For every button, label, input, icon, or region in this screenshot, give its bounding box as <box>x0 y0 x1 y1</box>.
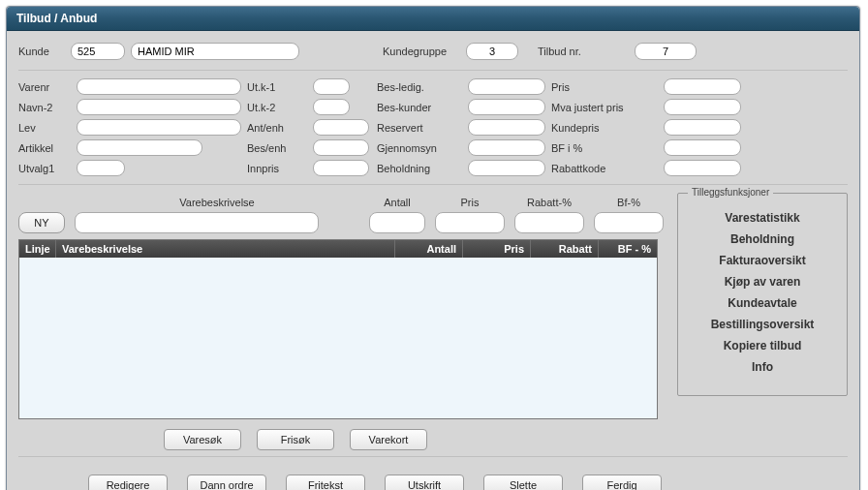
fritekst-button[interactable]: Fritekst <box>286 475 365 490</box>
col-linje: Linje <box>19 240 56 258</box>
pris-label: Pris <box>551 81 658 93</box>
lev-label: Lev <box>18 122 71 134</box>
side-link-beholdning[interactable]: Beholdning <box>686 232 839 246</box>
pris-input[interactable] <box>664 78 741 95</box>
side-link-kjop[interactable]: Kjøp av varen <box>686 275 839 289</box>
dannordre-button[interactable]: Dann ordre <box>187 475 266 490</box>
detail-fields: Varenr Ut.k-1 Bes-ledig. Pris Navn-2 Ut.… <box>18 78 848 176</box>
lines-grid[interactable]: Linje Varebeskrivelse Antall Pris Rabatt… <box>18 239 658 419</box>
frisok-button[interactable]: Frisøk <box>257 429 334 450</box>
kunde-navn-input[interactable] <box>131 43 299 60</box>
innpris-input[interactable] <box>313 160 369 176</box>
besenh-label: Bes/enh <box>247 142 307 154</box>
lev-input[interactable] <box>77 119 241 136</box>
col-antall: Antall <box>395 240 463 258</box>
beholdning-label: Beholdning <box>377 163 462 174</box>
utk2-label: Ut.k-2 <box>247 102 307 113</box>
line-entry-row: NY Varebeskrivelse Antall Pris <box>18 197 664 233</box>
side-link-fakturaoversikt[interactable]: Fakturaoversikt <box>686 254 839 267</box>
customer-row: Kunde Kundegruppe Tilbud nr. <box>18 43 848 60</box>
artikkel-label: Artikkel <box>18 142 71 154</box>
besledig-label: Bes-ledig. <box>377 81 462 93</box>
utk2-input[interactable] <box>313 99 350 115</box>
utk1-label: Ut.k-1 <box>247 81 307 93</box>
rabattkode-label: Rabattkode <box>551 163 658 174</box>
kundepris-input[interactable] <box>664 119 741 136</box>
besenh-input[interactable] <box>313 139 369 156</box>
mva-label: Mva justert pris <box>551 102 658 113</box>
tilleggsfunksjoner-box: Tilleggsfunksjoner Varestatistikk Behold… <box>677 193 848 396</box>
mva-input[interactable] <box>664 99 741 115</box>
antenh-label: Ant/enh <box>247 122 307 134</box>
innpris-label: Innpris <box>247 163 307 174</box>
ny-button[interactable]: NY <box>18 212 65 233</box>
col-pris: Pris <box>463 240 531 258</box>
divider-2 <box>18 184 848 185</box>
grid-header: Linje Varebeskrivelse Antall Pris Rabatt… <box>19 240 657 258</box>
kundegruppe-label: Kundegruppe <box>383 46 466 57</box>
window-title: Tilbud / Anbud <box>7 7 859 31</box>
varebeskrivelse-input[interactable] <box>75 212 319 233</box>
varenr-input[interactable] <box>77 78 241 95</box>
col-rabatt: Rabatt <box>531 240 599 258</box>
rabatt-header: Rabatt-% <box>527 197 572 208</box>
utvalg1-label: Utvalg1 <box>18 163 71 174</box>
antall-header: Antall <box>384 197 411 208</box>
kunde-nr-input[interactable] <box>71 43 125 60</box>
varenr-label: Varenr <box>18 81 71 93</box>
gjennomsyn-label: Gjennomsyn <box>377 142 462 154</box>
varekort-button[interactable]: Varekort <box>350 429 427 450</box>
reservert-label: Reservert <box>377 122 462 134</box>
navn2-input[interactable] <box>77 99 241 115</box>
pris-entry-input[interactable] <box>435 212 505 233</box>
side-link-info[interactable]: Info <box>686 360 839 374</box>
utk1-input[interactable] <box>313 78 350 95</box>
side-link-bestillingsoversikt[interactable]: Bestillingsoversikt <box>686 318 839 331</box>
bottom-button-row: Redigere Dann ordre Fritekst Utskrift Sl… <box>88 475 848 490</box>
beskunder-input[interactable] <box>468 99 545 115</box>
navn2-label: Navn-2 <box>18 102 71 113</box>
tilbud-anbud-window: Tilbud / Anbud Kunde Kundegruppe Tilbud … <box>6 6 860 490</box>
divider-1 <box>18 70 848 71</box>
bf-input[interactable] <box>594 212 664 233</box>
kundepris-label: Kundepris <box>551 122 658 134</box>
slette-button[interactable]: Slette <box>483 475 563 490</box>
bf-header: Bf-% <box>617 197 640 208</box>
kundegruppe-input[interactable] <box>466 43 518 60</box>
gjennomsyn-input[interactable] <box>468 139 545 156</box>
ferdig-button[interactable]: Ferdig <box>582 475 662 490</box>
reservert-input[interactable] <box>468 119 545 136</box>
utvalg1-input[interactable] <box>77 160 125 176</box>
mid-button-row: Varesøk Frisøk Varekort <box>164 429 664 450</box>
besledig-input[interactable] <box>468 78 545 95</box>
side-link-kopiere[interactable]: Kopiere tilbud <box>686 339 839 352</box>
bfi-input[interactable] <box>664 139 741 156</box>
redigere-button[interactable]: Redigere <box>88 475 168 490</box>
rabattkode-input[interactable] <box>664 160 741 176</box>
col-bf: BF - % <box>599 240 657 258</box>
varebeskrivelse-header: Varebeskrivelse <box>179 197 254 208</box>
beskunder-label: Bes-kunder <box>377 102 462 113</box>
antenh-input[interactable] <box>313 119 369 136</box>
beholdning-input[interactable] <box>468 160 545 176</box>
side-link-varestatistikk[interactable]: Varestatistikk <box>686 211 839 225</box>
varesok-button[interactable]: Varesøk <box>164 429 241 450</box>
tilbudnr-label: Tilbud nr. <box>538 46 605 57</box>
bfi-label: BF i % <box>551 142 658 154</box>
tilbudnr-input[interactable] <box>635 43 697 60</box>
rabatt-input[interactable] <box>514 212 584 233</box>
antall-input[interactable] <box>369 212 425 233</box>
grid-body[interactable] <box>19 258 657 419</box>
side-link-kundeavtale[interactable]: Kundeavtale <box>686 296 839 310</box>
side-legend: Tilleggsfunksjoner <box>688 187 773 198</box>
pris-header: Pris <box>461 197 480 208</box>
col-varebeskrivelse: Varebeskrivelse <box>56 240 395 258</box>
artikkel-input[interactable] <box>77 139 202 156</box>
utskrift-button[interactable]: Utskrift <box>385 475 464 490</box>
divider-3 <box>18 456 848 457</box>
kunde-label: Kunde <box>18 46 71 57</box>
